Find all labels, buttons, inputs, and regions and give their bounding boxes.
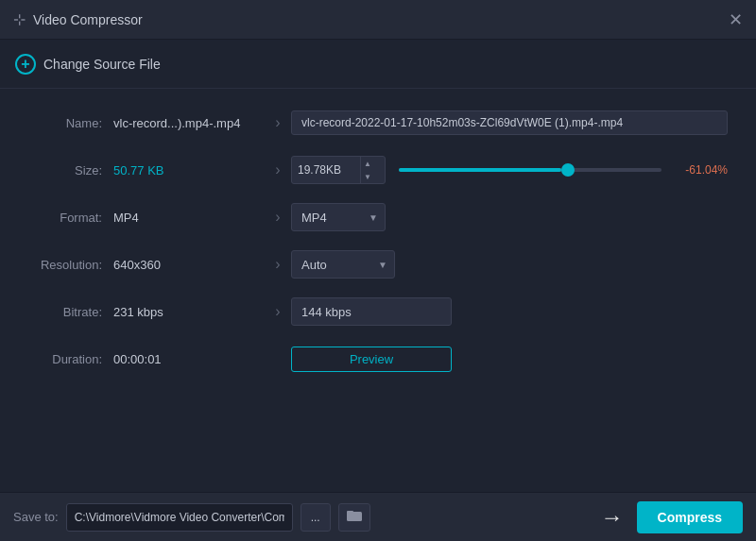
resolution-row: Resolution: 640x360 › Auto 1920x1080 128… [28, 247, 728, 281]
resolution-source-value: 640x360 [113, 258, 265, 272]
duration-label: Duration: [28, 352, 113, 366]
name-label: Name: [28, 116, 113, 130]
size-arrow-icon: › [265, 161, 291, 178]
resolution-select[interactable]: Auto 1920x1080 1280x720 640x360 320x180 [291, 250, 395, 279]
app-icon: ⊹ [13, 10, 26, 28]
size-slider-percent: -61.04% [671, 163, 728, 177]
size-input[interactable] [292, 163, 360, 177]
name-row: Name: vlc-record...).mp4-.mp4 › vlc-reco… [28, 106, 728, 140]
size-slider-track[interactable] [399, 168, 662, 172]
preview-button[interactable]: Preview [291, 347, 452, 372]
size-slider-wrap: -61.04% [399, 163, 728, 177]
size-spin-up[interactable]: ▲ [361, 157, 374, 170]
bitrate-arrow-icon: › [265, 303, 291, 320]
name-source-value: vlc-record...).mp4-.mp4 [113, 116, 265, 130]
size-slider-thumb[interactable] [561, 163, 575, 177]
bitrate-input[interactable] [291, 297, 452, 326]
size-label: Size: [28, 163, 113, 178]
bitrate-row: Bitrate: 231 kbps › [28, 295, 728, 329]
svg-rect-1 [347, 511, 353, 514]
title-bar: ⊹ Video Compressor ✕ [0, 0, 756, 40]
format-source-value: MP4 [113, 211, 265, 225]
size-control: ▲ ▼ -61.04% [291, 156, 728, 184]
change-source-bar[interactable]: + Change Source File [0, 40, 756, 89]
resolution-control: Auto 1920x1080 1280x720 640x360 320x180 … [291, 250, 728, 279]
footer: Save to: ... → Compress [0, 492, 756, 541]
format-control: MP4 AVI MOV MKV WMV ▼ [291, 203, 728, 231]
duration-source-value: 00:00:01 [113, 352, 265, 366]
size-row: Size: 50.77 KB › ▲ ▼ -61.04% [28, 153, 728, 187]
size-input-wrap[interactable]: ▲ ▼ [291, 156, 386, 184]
duration-row: Duration: 00:00:01 Preview [28, 342, 728, 376]
close-button[interactable]: ✕ [729, 11, 743, 28]
resolution-dropdown-wrap: Auto 1920x1080 1280x720 640x360 320x180 … [291, 250, 395, 279]
app-title: Video Compressor [33, 12, 143, 27]
duration-control: Preview [291, 347, 728, 372]
format-row: Format: MP4 › MP4 AVI MOV MKV WMV ▼ [28, 200, 728, 234]
folder-icon-button[interactable] [338, 503, 370, 532]
add-icon: + [15, 54, 36, 75]
resolution-arrow-icon: › [265, 256, 291, 273]
compress-button[interactable]: Compress [637, 501, 743, 533]
save-to-label: Save to: [13, 510, 59, 524]
size-spinners: ▲ ▼ [360, 157, 374, 183]
size-source-value: 50.77 KB [113, 163, 265, 178]
bitrate-control [291, 297, 728, 326]
name-output-wrap: vlc-record-2022-01-17-10h52m03s-ZCl69dVt… [291, 110, 728, 135]
compress-arrow-icon: → [601, 504, 624, 531]
size-spin-down[interactable]: ▼ [361, 170, 374, 183]
bitrate-label: Bitrate: [28, 305, 113, 319]
name-output-field: vlc-record-2022-01-17-10h52m03s-ZCl69dVt… [291, 110, 728, 135]
title-bar-left: ⊹ Video Compressor [13, 10, 143, 28]
bitrate-source-value: 231 kbps [113, 305, 265, 319]
main-content: Name: vlc-record...).mp4-.mp4 › vlc-reco… [0, 89, 756, 398]
size-slider-fill [399, 168, 561, 172]
format-arrow-icon: › [265, 209, 291, 226]
name-arrow-icon: › [265, 114, 291, 131]
change-source-label: Change Source File [43, 57, 161, 72]
save-path-input[interactable] [66, 503, 293, 532]
format-dropdown-wrap: MP4 AVI MOV MKV WMV ▼ [291, 203, 386, 231]
format-label: Format: [28, 211, 113, 225]
browse-button[interactable]: ... [301, 503, 331, 532]
format-select[interactable]: MP4 AVI MOV MKV WMV [291, 203, 386, 231]
resolution-label: Resolution: [28, 258, 113, 272]
